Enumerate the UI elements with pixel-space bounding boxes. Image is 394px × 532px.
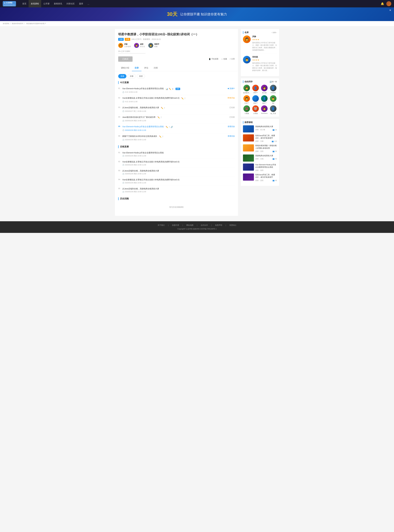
- share-icon[interactable]: ⤴: [161, 116, 161, 119]
- edit-icon[interactable]: ✏️: [161, 107, 163, 109]
- share-icon[interactable]: ⤴: [184, 97, 185, 99]
- sub-tab-classroom[interactable]: 面授: [137, 74, 145, 78]
- sub-tab-live[interactable]: 直播: [118, 74, 126, 78]
- edit-icon[interactable]: ✏️: [157, 116, 160, 119]
- notification-icon[interactable]: 🔔: [381, 2, 384, 5]
- rec-item[interactable]: 高级电商全线系统大课 讲师：冷画 👥 40: [243, 155, 277, 162]
- share-icon[interactable]: ⤴: [164, 107, 165, 109]
- tab-qa[interactable]: 问答: [151, 65, 161, 71]
- rec-students-4: 👥 40: [273, 158, 277, 160]
- rec-item[interactable]: 玩转Java开发工具，精通JUC，成为开发多面手 讲师：王峰 👥 123: [243, 134, 277, 142]
- rec-students-1: 👥 34: [273, 129, 277, 131]
- future-item: 02 Vue全家桶实战 从零独立开发企业级小米电商系统(免费升级Vue3.0) …: [118, 159, 235, 168]
- share-icon[interactable]: ⤴: [162, 136, 163, 138]
- breadcrumb-link-series[interactable]: 新媒体营销系列: [12, 23, 23, 25]
- item-title: 从Java后端到全栈，高级电商全栈系统大课: [122, 170, 235, 172]
- teacher-stars-2: ★★★★: [252, 59, 277, 61]
- item-title: 从Java后端到全栈，高级电商全栈系统大课: [122, 188, 235, 190]
- item-title-active: Vue Element+Node.js开发企业通用管理后台系统: [122, 125, 164, 128]
- instructor-name-1: 罗静: [124, 43, 131, 45]
- item-number: 02: [118, 161, 122, 162]
- nav-problems[interactable]: 题库: [77, 0, 85, 7]
- material-tag[interactable]: 资料: [176, 88, 180, 90]
- rec-thumb-6: [243, 173, 254, 181]
- tab-intro[interactable]: 课程介绍: [118, 65, 132, 71]
- download-icon[interactable]: ⬇: [172, 88, 174, 90]
- item-title: Vue Element+Node.js开发企业通用管理后台系统: [122, 87, 164, 90]
- footer-link-agent[interactable]: 加盟代理: [172, 224, 179, 226]
- item-status-replay[interactable]: 查看回放: [225, 125, 235, 128]
- item-title: Vue全家桶实战 从零独立开发企业级小米电商系统(免费升级Vue3.0): [122, 161, 235, 163]
- nav-news[interactable]: 新闻资讯: [52, 0, 64, 7]
- link-icon[interactable]: 🔗: [171, 126, 173, 128]
- footer-link-recruit[interactable]: 招贤纳士: [229, 224, 237, 226]
- rec-item[interactable]: Vue Element+Node.js开发企业通用管理后台系统 讲师：张田: [243, 163, 277, 172]
- nav-prev-icon[interactable]: ‹: [272, 31, 272, 34]
- footer-link-sitemap[interactable]: 网站地图: [186, 224, 193, 226]
- classmate-name: 1867**: [262, 102, 267, 104]
- item-title: Vue Element+Node.js开发企业通用管理后台系统: [122, 151, 235, 154]
- nav-home[interactable]: 首页: [20, 0, 29, 7]
- footer-link-about[interactable]: 关于我们: [158, 224, 165, 226]
- avatar[interactable]: [386, 1, 391, 6]
- mobile-watch-link[interactable]: 📱 手机观看: [209, 58, 218, 60]
- teacher-desc-1: 国内某重点大学安全工程专业硕士，国家一级注册消防工程师、注册安全工程师、高级注册…: [252, 42, 277, 51]
- nav-qa[interactable]: 问答社区: [64, 0, 77, 7]
- share-icon[interactable]: ⤴: [169, 126, 170, 128]
- teacher-name-2: 宋利坚: [252, 56, 277, 58]
- item-number: 01: [118, 87, 122, 89]
- classmates-card: 你的同学 🔄 换一换 👩 化学教书... 👤 1567** 👩 张小田: [241, 78, 279, 117]
- rec-item[interactable]: 前端全栈加强版！前端全栈+全周期+多组应用 讲师：岱田 👥 56: [243, 144, 277, 152]
- tab-review[interactable]: 评论: [141, 65, 151, 71]
- item-number: 02: [118, 97, 122, 99]
- edit-icon[interactable]: ✏️: [181, 97, 184, 99]
- purchased-button[interactable]: 已购买: [118, 56, 133, 62]
- mobile-watch-label: 手机观看: [211, 58, 218, 60]
- footer-link-partner[interactable]: 合作伙伴: [201, 224, 208, 226]
- classmate: 👤 1867**: [261, 95, 268, 104]
- classmate-avatar: 👤: [252, 95, 259, 102]
- nav-more[interactable]: ...: [85, 0, 92, 7]
- classmate-name: Charles: [271, 92, 276, 94]
- live-item: 06 跟随千万级项目从0到100全过程高效成长 ✏️ ⤴ 🕐 2020/02/2…: [118, 133, 235, 143]
- rec-item[interactable]: 高级电商全线系统大课 讲师：张小锋 👥 34: [243, 125, 277, 132]
- item-time: 🕐 2020/02/26 周四 10:00-11:00: [122, 120, 227, 122]
- teacher-stars-1: ★★★★: [252, 38, 277, 41]
- edit-icon[interactable]: ✏️: [169, 88, 171, 90]
- classmate-avatar: 👤: [261, 95, 268, 102]
- tab-catalog[interactable]: 目录: [132, 65, 141, 71]
- instructor-role-1: 主讲老师: [124, 45, 131, 48]
- instructor-2: 👩 凌荷 班主任: [134, 43, 145, 48]
- nav-discover[interactable]: 发现课程: [29, 0, 41, 7]
- share-label: 分享: [231, 58, 235, 60]
- sub-tab-replay[interactable]: 录播: [128, 74, 136, 78]
- rec-item[interactable]: 玩转Java开发工具，精通JUC，成为开发多面手 讲师：岱田 👥 46: [243, 173, 277, 182]
- nav-page: 1/10: [273, 31, 276, 34]
- badge-live: 直播: [118, 38, 124, 41]
- progress-bar: [118, 53, 145, 54]
- breadcrumb-current: 销冠修炼术挖掘80%的客户: [26, 23, 46, 25]
- classmate-avatar: 👤: [252, 85, 259, 91]
- switch-classmates-button[interactable]: 🔄 换一换: [270, 81, 277, 83]
- classmate: 👤 1567**: [252, 85, 259, 94]
- breadcrumb-link-discover[interactable]: 发现课程: [3, 23, 9, 25]
- nav-next-icon[interactable]: ›: [276, 31, 277, 34]
- share-link[interactable]: ⤴ 分享: [230, 58, 235, 60]
- edit-icon[interactable]: ✏️: [166, 126, 168, 128]
- item-status-replay[interactable]: 查看回放: [225, 135, 235, 137]
- rec-thumb-4: [243, 155, 254, 162]
- sub-tabs: 直播 录播 面授: [118, 74, 235, 78]
- teacher-name-1: 罗静: [252, 36, 277, 38]
- collect-link[interactable]: ☆ 收藏: [221, 58, 227, 60]
- edit-icon[interactable]: ✏️: [159, 136, 161, 138]
- banner-close-button[interactable]: ✕: [389, 9, 391, 12]
- chart-icon[interactable]: 📊: [166, 88, 168, 90]
- rec-instructor-1: 讲师：张小锋: [255, 129, 265, 131]
- classmate: 👩 张小田: [261, 85, 268, 94]
- nav-open[interactable]: 公开课: [41, 0, 52, 7]
- classmate-avatar: 👩: [261, 85, 268, 91]
- rec-title-1: 高级电商全线系统大课: [255, 125, 277, 128]
- rec-instructor-2: 讲师：王峰: [255, 140, 264, 142]
- logo[interactable]: ☁ 云朵课堂yunduokoutang.com: [3, 1, 16, 6]
- footer-link-disclaimer[interactable]: 免责声明: [215, 224, 222, 226]
